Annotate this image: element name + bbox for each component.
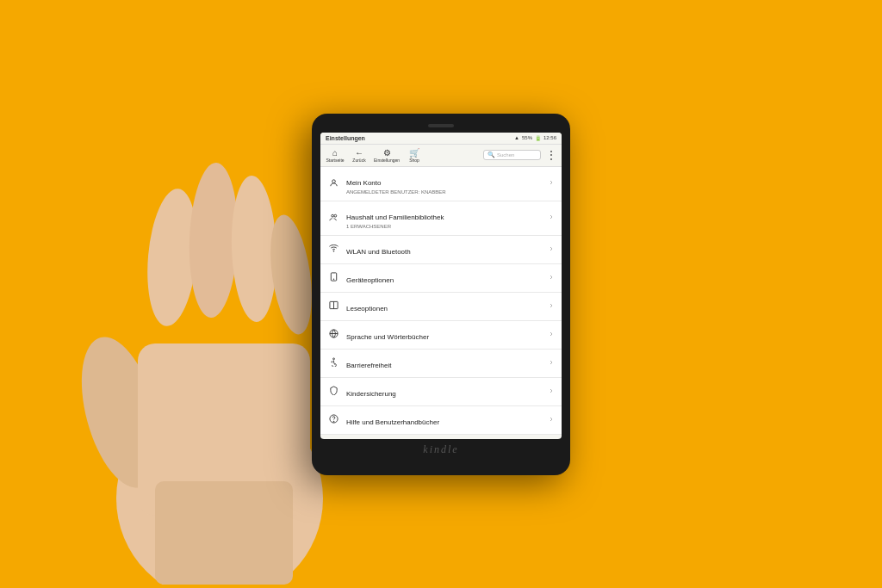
kindle-brand-label: kindle [423, 443, 458, 456]
menu-item-title: Leseoptionen [346, 305, 388, 313]
menu-item-chevron [548, 274, 555, 282]
kindle-device: Einstellungen ▲ 55% 🔋 12:56 ⌂ Startseite [312, 114, 570, 475]
svg-point-19 [333, 421, 334, 422]
menu-item-content: Kindersicherung [346, 384, 548, 399]
menu-item-icon [327, 329, 339, 340]
svg-point-17 [332, 358, 334, 360]
menu-item-icon [327, 357, 339, 368]
menu-item[interactable]: Mein KontoANGEMELDETER BENUTZER: KNABBER [320, 167, 562, 201]
battery-percent: 55% [522, 135, 532, 140]
home-icon: ⌂ [332, 148, 338, 158]
settings-label: Einstellungen [374, 158, 400, 163]
menu-item-content: WLAN und Bluetooth [346, 242, 548, 257]
scene: Einstellungen ▲ 55% 🔋 12:56 ⌂ Startseite [0, 0, 882, 588]
menu-item-icon [327, 300, 339, 312]
menu-item-chevron [548, 416, 555, 424]
menu-item-title: WLAN und Bluetooth [346, 248, 411, 256]
menu-item-chevron [548, 359, 555, 368]
menu-item-chevron [548, 387, 555, 396]
svg-point-8 [332, 179, 335, 183]
status-bar: Einstellungen ▲ 55% 🔋 12:56 [320, 133, 562, 145]
search-icon: 🔍 [488, 152, 495, 158]
menu-item-icon [327, 213, 339, 224]
menu-item-icon [327, 414, 339, 425]
menu-item[interactable]: WLAN und Bluetooth [320, 236, 562, 264]
menu-item[interactable]: Kindersicherung [320, 378, 562, 406]
toolbar-shop[interactable]: 🛒 Shop [405, 148, 424, 163]
search-placeholder: Suchen [497, 152, 514, 158]
menu-item-content: Leseoptionen [346, 299, 548, 314]
menu-item[interactable]: Barrierefreiheit [320, 350, 562, 378]
menu-item-content: Mein KontoANGEMELDETER BENUTZER: KNABBER [346, 173, 548, 195]
menu-item-content: Barrierefreiheit [346, 356, 548, 371]
status-icons: ▲ 55% 🔋 12:56 [514, 135, 556, 141]
menu-item-chevron [548, 214, 555, 222]
menu-item-title: Mein Konto [346, 179, 381, 187]
menu-item-subtitle: ANGEMELDETER BENUTZER: KNABBER [346, 189, 548, 195]
back-icon: ← [355, 148, 363, 158]
menu-item-chevron [548, 245, 555, 254]
shop-label: Shop [409, 158, 419, 163]
menu-item-content: Geräteoptionen [346, 270, 548, 286]
back-label: Zurück [352, 158, 365, 163]
menu-item-icon [327, 386, 339, 397]
menu-item-subtitle: 1 ERWACHSENER [346, 224, 548, 229]
svg-point-11 [333, 251, 334, 251]
menu-item-title: Kindersicherung [346, 390, 396, 398]
menu-item-title: Barrierefreiheit [346, 362, 391, 369]
menu-item[interactable]: Sprache und Wörterbücher [320, 321, 562, 350]
toolbar-back[interactable]: ← Zurück [350, 148, 369, 163]
menu-item-chevron [548, 331, 555, 339]
time-display: 12:56 [543, 135, 556, 140]
toolbar: ⌂ Startseite ← Zurück ⚙ Einstellungen 🛒 … [320, 145, 562, 167]
wifi-icon: ▲ [514, 135, 519, 140]
settings-icon: ⚙ [383, 148, 391, 158]
kindle-screen: Einstellungen ▲ 55% 🔋 12:56 ⌂ Startseite [320, 133, 562, 439]
svg-point-10 [333, 214, 336, 217]
menu-item-chevron [548, 179, 555, 188]
battery-icon: 🔋 [535, 135, 541, 141]
menu-item-title: Geräteoptionen [346, 276, 394, 284]
menu-item-content: Sprache und Wörterbücher [346, 327, 548, 343]
toolbar-settings[interactable]: ⚙ Einstellungen [374, 148, 400, 163]
menu-item-title: Hilfe und Benutzerhandbücher [346, 418, 439, 426]
menu-item[interactable]: Haushalt und Familienbibliothek1 ERWACHS… [320, 201, 562, 236]
menu-item-icon [327, 272, 339, 283]
home-label: Startseite [326, 158, 344, 163]
menu-item[interactable]: Hilfe und Benutzerhandbücher [320, 406, 562, 435]
menu-list: Mein KontoANGEMELDETER BENUTZER: KNABBER… [320, 167, 562, 439]
status-title: Einstellungen [326, 135, 365, 141]
more-options-icon[interactable]: ⋮ [546, 149, 556, 161]
shop-icon: 🛒 [409, 148, 419, 158]
kindle-device-wrapper: Einstellungen ▲ 55% 🔋 12:56 ⌂ Startseite [312, 114, 570, 475]
svg-point-9 [331, 214, 333, 217]
menu-item[interactable]: Geräteoptionen [320, 264, 562, 293]
menu-item[interactable]: Leseoptionen [320, 293, 562, 321]
menu-item-title: Haushalt und Familienbibliothek [346, 214, 444, 221]
toolbar-home[interactable]: ⌂ Startseite [326, 148, 345, 163]
menu-item-icon [327, 244, 339, 255]
menu-item-icon [327, 178, 339, 189]
search-box[interactable]: 🔍 Suchen [483, 150, 541, 160]
menu-item-content: Haushalt und Familienbibliothek1 ERWACHS… [346, 207, 548, 229]
svg-rect-7 [155, 481, 293, 585]
menu-item-title: Sprache und Wörterbücher [346, 333, 429, 341]
menu-item-content: Hilfe und Benutzerhandbücher [346, 412, 548, 428]
menu-item-chevron [548, 302, 555, 311]
